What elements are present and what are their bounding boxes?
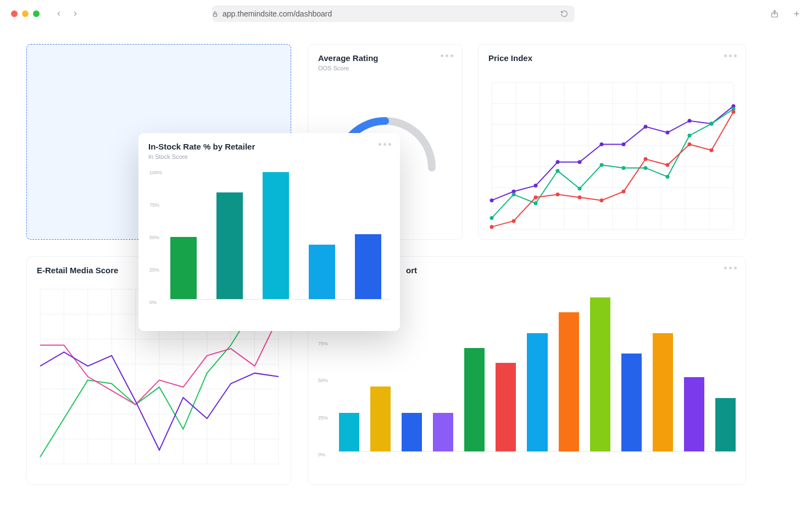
close-window-icon[interactable] <box>11 10 18 17</box>
lock-icon <box>212 11 218 17</box>
bar <box>309 245 335 299</box>
url-text: app.themindsite.com/dashboard <box>223 9 332 18</box>
share-icon[interactable] <box>770 9 779 18</box>
svg-point-49 <box>534 196 538 200</box>
svg-point-52 <box>600 198 604 202</box>
svg-point-43 <box>666 175 670 179</box>
card-menu-icon[interactable] <box>441 54 453 57</box>
svg-point-25 <box>534 184 538 187</box>
svg-point-58 <box>732 110 736 114</box>
in-stock-bar-chart: 0%25%50%75%100% <box>168 170 390 305</box>
svg-point-41 <box>622 166 626 170</box>
svg-point-27 <box>578 160 582 164</box>
bar <box>433 413 453 451</box>
svg-point-36 <box>512 192 516 196</box>
svg-point-29 <box>622 142 626 146</box>
bar <box>339 413 359 451</box>
svg-point-37 <box>534 201 538 205</box>
card-title: Price Index <box>488 53 736 63</box>
browser-top-bar: app.themindsite.com/dashboard <box>0 0 812 27</box>
bar <box>684 377 704 451</box>
svg-point-56 <box>688 142 692 146</box>
svg-point-55 <box>666 163 670 167</box>
svg-point-44 <box>688 134 692 137</box>
card-menu-icon[interactable] <box>724 267 737 269</box>
bar <box>170 237 197 299</box>
bar <box>527 333 547 451</box>
svg-point-35 <box>490 216 494 220</box>
svg-point-50 <box>556 192 560 196</box>
minimize-window-icon[interactable] <box>22 10 29 17</box>
svg-point-45 <box>710 122 714 126</box>
svg-point-23 <box>490 198 494 202</box>
svg-point-32 <box>688 119 692 123</box>
card-in-stock-rate-dragging[interactable]: In-Stock Rate % by Retailer In Stock Sco… <box>138 133 400 331</box>
maximize-window-icon[interactable] <box>33 10 40 17</box>
card-title: In-Stock Rate % by Retailer <box>148 142 390 151</box>
address-bar[interactable]: app.themindsite.com/dashboard <box>212 5 575 22</box>
bar <box>402 413 422 451</box>
svg-point-51 <box>578 196 582 200</box>
bar <box>590 297 610 451</box>
svg-point-48 <box>512 219 516 223</box>
bar <box>464 348 485 451</box>
dashboard: Average Rating OOS Score Price Index E-R… <box>0 27 812 41</box>
nav-arrows <box>55 10 79 18</box>
svg-rect-0 <box>213 14 216 16</box>
card-menu-icon[interactable] <box>379 143 391 146</box>
svg-point-31 <box>666 131 670 135</box>
bar <box>559 312 579 451</box>
bar <box>621 354 642 451</box>
bar <box>216 192 243 299</box>
price-index-chart <box>488 79 737 233</box>
bar <box>355 234 381 299</box>
bar <box>653 333 673 451</box>
svg-point-39 <box>578 186 582 190</box>
svg-point-38 <box>556 169 560 173</box>
card-title-partial: ort <box>406 266 736 275</box>
bar <box>370 386 391 451</box>
svg-point-30 <box>644 125 648 129</box>
card-subtitle: OOS Score <box>318 65 452 71</box>
svg-point-42 <box>644 166 648 170</box>
forward-icon[interactable] <box>71 10 79 18</box>
svg-point-54 <box>644 157 648 161</box>
card-price-index[interactable]: Price Index <box>478 44 746 240</box>
card-title: Average Rating <box>318 53 452 63</box>
svg-point-53 <box>622 190 626 194</box>
svg-point-26 <box>556 160 560 164</box>
card-subtitle: In Stock Score <box>148 153 390 160</box>
refresh-icon[interactable] <box>560 10 568 18</box>
bar <box>263 172 289 299</box>
svg-point-40 <box>600 163 604 167</box>
new-tab-icon[interactable] <box>792 9 801 18</box>
bar <box>496 363 516 451</box>
card-menu-icon[interactable] <box>724 54 737 57</box>
svg-point-57 <box>710 148 714 152</box>
back-icon[interactable] <box>55 10 63 18</box>
window-controls <box>11 10 40 17</box>
svg-point-47 <box>490 225 494 229</box>
bar <box>715 398 736 451</box>
svg-point-28 <box>600 142 604 146</box>
